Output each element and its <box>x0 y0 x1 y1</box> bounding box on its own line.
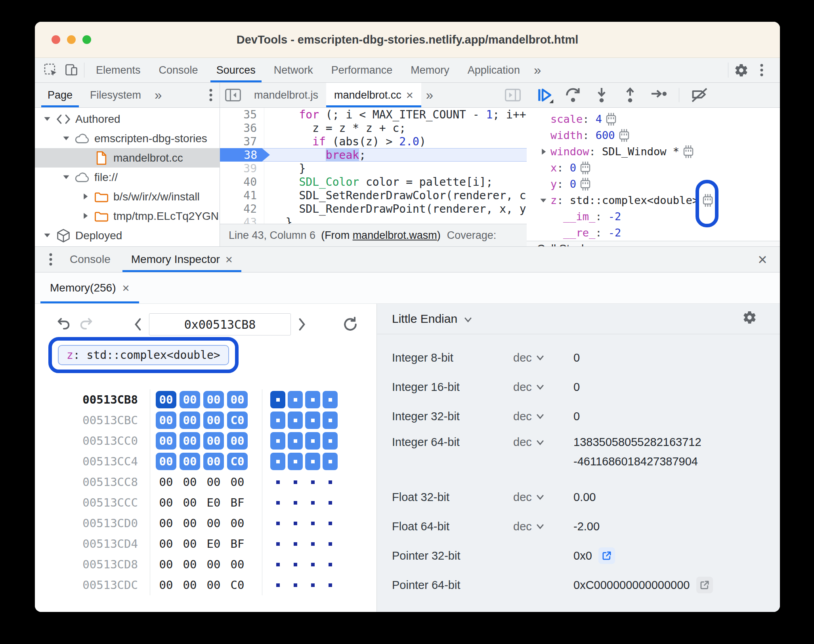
scope-variable[interactable]: y: 0 <box>527 176 780 192</box>
format-select[interactable]: dec <box>513 351 573 364</box>
address-input[interactable]: 0x00513CB8 <box>149 313 291 335</box>
ascii-cell[interactable] <box>270 432 285 450</box>
hex-byte[interactable]: 00 <box>203 391 224 408</box>
minimize-window-button[interactable] <box>67 35 76 44</box>
panel-tab-console[interactable]: Console <box>150 58 207 82</box>
ascii-cell[interactable] <box>305 494 320 511</box>
endianness-select[interactable]: Little Endian <box>392 312 457 326</box>
kebab-menu-icon[interactable] <box>751 58 772 82</box>
format-select[interactable]: dec <box>513 381 573 394</box>
chevron-down-icon[interactable] <box>464 312 472 326</box>
hex-byte[interactable]: 00 <box>203 473 224 491</box>
jump-to-address-icon[interactable] <box>598 547 615 564</box>
ascii-cell[interactable] <box>288 576 303 594</box>
collapse-arrow-icon[interactable] <box>81 191 89 203</box>
step-over-icon[interactable] <box>564 86 582 104</box>
show-debugger-panel-icon[interactable] <box>499 83 527 107</box>
ascii-cell[interactable] <box>323 494 338 511</box>
ascii-cell[interactable] <box>270 453 285 470</box>
undo-icon[interactable] <box>55 316 71 332</box>
hex-byte[interactable]: 00 <box>227 556 248 573</box>
line-number[interactable]: 36 <box>220 121 264 135</box>
tab-memory-inspector[interactable]: Memory Inspector× <box>121 247 243 272</box>
hex-byte[interactable]: 00 <box>227 473 248 491</box>
line-number[interactable]: 43 <box>220 215 264 224</box>
ascii-cell[interactable] <box>270 556 285 573</box>
ascii-cell[interactable] <box>323 432 338 450</box>
ascii-cell[interactable] <box>323 514 338 532</box>
memory-chip-icon[interactable] <box>682 145 694 159</box>
code-line[interactable]: 43 } <box>220 215 527 224</box>
hex-byte[interactable]: 00 <box>180 535 200 553</box>
panel-tab-sources[interactable]: Sources <box>207 58 265 82</box>
ascii-cell[interactable] <box>305 514 320 532</box>
code-line[interactable]: 36 z = z * z + c; <box>220 121 527 135</box>
ascii-cell[interactable] <box>323 535 338 553</box>
ascii-cell[interactable] <box>305 576 320 594</box>
hex-byte[interactable]: 00 <box>180 412 200 429</box>
tree-item[interactable]: mandelbrot.cc <box>35 148 220 168</box>
more-editor-tabs-chevron-icon[interactable]: » <box>421 83 438 107</box>
hex-byte[interactable]: 00 <box>203 514 224 532</box>
hex-byte[interactable]: C0 <box>227 453 248 470</box>
tree-item[interactable]: Deployed <box>35 226 220 245</box>
settings-gear-icon[interactable] <box>731 58 751 82</box>
ascii-cell[interactable] <box>305 473 320 491</box>
scope-variable[interactable]: window: SDL_Window * <box>527 143 780 160</box>
panel-tab-elements[interactable]: Elements <box>87 58 150 82</box>
ascii-cell[interactable] <box>270 473 285 491</box>
code-line[interactable]: 37 if (abs(z) > 2.0) <box>220 135 527 148</box>
scope-variable[interactable]: width: 600 <box>527 127 780 143</box>
hex-byte[interactable]: 00 <box>156 391 176 408</box>
tree-item[interactable]: b/s/w/ir/x/w/install <box>35 187 220 206</box>
hex-byte[interactable]: 00 <box>203 576 224 594</box>
code-line[interactable]: 42 SDL_RenderDrawPoint(renderer, x, y); <box>220 202 527 215</box>
ascii-cell[interactable] <box>323 576 338 594</box>
ascii-cell[interactable] <box>305 412 320 429</box>
hex-byte[interactable]: 00 <box>227 432 248 450</box>
format-select[interactable]: dec <box>513 436 573 449</box>
ascii-cell[interactable] <box>270 494 285 511</box>
hex-byte[interactable]: 00 <box>156 535 176 553</box>
previous-page-icon[interactable] <box>132 317 143 332</box>
memory-chip-icon[interactable] <box>579 161 591 175</box>
hex-byte[interactable]: 00 <box>156 494 176 511</box>
ascii-cell[interactable] <box>270 514 285 532</box>
code-line[interactable]: 41 SDL_SetRenderDrawColor(renderer, colo… <box>220 189 527 202</box>
expand-arrow-icon[interactable] <box>62 132 70 145</box>
close-tab-icon[interactable]: × <box>122 282 129 294</box>
deactivate-breakpoints-icon[interactable] <box>690 86 709 104</box>
line-number[interactable]: 39 <box>220 162 264 175</box>
wasm-source-link[interactable]: mandelbrot.wasm <box>353 229 437 241</box>
tree-item[interactable]: file:// <box>35 168 220 187</box>
expand-arrow-icon[interactable] <box>43 113 51 126</box>
ascii-cell[interactable] <box>288 556 303 573</box>
hex-byte[interactable]: C0 <box>227 412 248 429</box>
close-tab-icon[interactable]: × <box>225 253 233 266</box>
code-line[interactable]: 39 } <box>220 162 527 175</box>
line-number[interactable]: 38 <box>220 148 270 162</box>
hex-byte[interactable]: 00 <box>156 576 176 594</box>
ascii-cell[interactable] <box>270 576 285 594</box>
expand-arrow-icon[interactable] <box>43 229 51 242</box>
close-window-button[interactable] <box>52 35 60 44</box>
format-select[interactable]: dec <box>513 520 573 533</box>
code-line[interactable]: 35 for (; i < MAX_ITER_COUNT - 1; i++) { <box>220 108 527 121</box>
ascii-cell[interactable] <box>288 535 303 553</box>
close-drawer-icon[interactable]: × <box>752 247 773 272</box>
ascii-cell[interactable] <box>288 514 303 532</box>
tab-console[interactable]: Console <box>59 247 121 272</box>
drawer-kebab-menu-icon[interactable] <box>42 247 59 272</box>
memory-chip-icon[interactable] <box>579 177 591 191</box>
ascii-cell[interactable] <box>323 391 338 408</box>
format-select[interactable]: dec <box>513 491 573 504</box>
navigator-kebab-menu-icon[interactable] <box>202 83 220 107</box>
hex-byte[interactable]: 00 <box>203 453 224 470</box>
code-line[interactable]: 38 break; <box>220 148 527 162</box>
tab-filesystem[interactable]: Filesystem <box>81 83 150 107</box>
code-editor[interactable]: 35 for (; i < MAX_ITER_COUNT - 1; i++) {… <box>220 108 527 224</box>
hex-byte[interactable]: 00 <box>180 556 200 573</box>
hex-byte[interactable]: 00 <box>156 473 176 491</box>
hex-byte[interactable]: 00 <box>203 412 224 429</box>
tab-page[interactable]: Page <box>39 83 81 107</box>
